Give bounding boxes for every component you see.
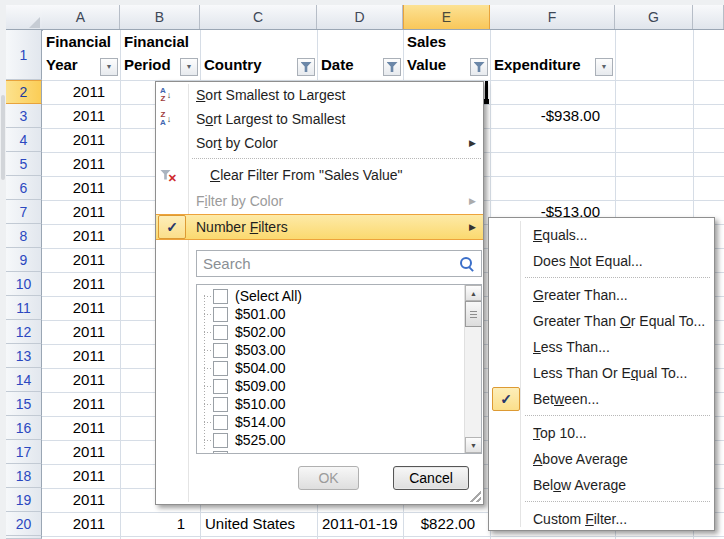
- filter-value-item[interactable]: $501.00: [197, 305, 464, 323]
- cell-C20[interactable]: United States: [200, 515, 307, 532]
- list-scrollbar[interactable]: ▲ ▼: [464, 285, 481, 453]
- row-header-4[interactable]: 4: [6, 128, 42, 152]
- cell-A11[interactable]: 2011: [42, 299, 110, 316]
- filter-value-item[interactable]: (Select All): [197, 287, 464, 305]
- cell-A3[interactable]: 2011: [42, 107, 110, 124]
- select-all-corner[interactable]: [6, 5, 43, 31]
- column-header-E[interactable]: E: [403, 5, 490, 30]
- submenu-item-less-than-or-equal-to[interactable]: Less Than Or Equal To...: [489, 360, 714, 386]
- value-checkbox[interactable]: [213, 433, 228, 448]
- menu-item-number-filters[interactable]: ✓Number Filters▶: [156, 214, 483, 240]
- column-header-C[interactable]: C: [200, 5, 317, 30]
- cell-A18[interactable]: 2011: [42, 467, 110, 484]
- row-header-18[interactable]: 18: [6, 464, 42, 488]
- cell-A2[interactable]: 2011: [42, 83, 110, 100]
- cell-A14[interactable]: 2011: [42, 371, 110, 388]
- cell-A7[interactable]: 2011: [42, 203, 110, 220]
- cell-A16[interactable]: 2011: [42, 419, 110, 436]
- cell-A4[interactable]: 2011: [42, 131, 110, 148]
- filter-value-item[interactable]: $504.00: [197, 359, 464, 377]
- value-checkbox[interactable]: [213, 307, 228, 322]
- row-header-3[interactable]: 3: [6, 104, 42, 128]
- submenu-item-equals[interactable]: Equals...: [489, 222, 714, 248]
- row-header-19[interactable]: 19: [6, 488, 42, 512]
- submenu-item-above-average[interactable]: Above Average: [489, 446, 714, 472]
- row-header-13[interactable]: 13: [6, 344, 42, 368]
- row-header-1[interactable]: 1: [6, 30, 42, 80]
- cell-B20[interactable]: 1: [120, 515, 190, 532]
- submenu-item-greater-than[interactable]: Greater Than...: [489, 282, 714, 308]
- submenu-item-top-10[interactable]: Top 10...: [489, 420, 714, 446]
- filter-value-item[interactable]: $503.00: [197, 341, 464, 359]
- menu-item-sort-largest-to-smallest[interactable]: ZA↓Sort Largest to Smallest: [156, 107, 483, 131]
- filter-value-item[interactable]: $502.00: [197, 323, 464, 341]
- scroll-thumb[interactable]: [465, 301, 482, 327]
- value-checkbox[interactable]: [213, 379, 228, 394]
- submenu-item-custom-filter[interactable]: Custom Filter...: [489, 506, 714, 532]
- ok-button[interactable]: OK: [298, 466, 359, 490]
- row-header-2[interactable]: 2: [6, 80, 42, 104]
- column-header-partial[interactable]: [693, 5, 724, 30]
- menu-item-sort-by-color[interactable]: Sort by Color▶: [156, 131, 483, 155]
- cell-A20[interactable]: 2011: [42, 515, 110, 532]
- filter-value-item[interactable]: $510.00: [197, 395, 464, 413]
- row-header-17[interactable]: 17: [6, 440, 42, 464]
- filter-value-item[interactable]: $525.00: [197, 431, 464, 449]
- row-header-20[interactable]: 20: [6, 512, 42, 536]
- cell-A12[interactable]: 2011: [42, 323, 110, 340]
- row-header-7[interactable]: 7: [6, 200, 42, 224]
- column-header-F[interactable]: F: [490, 5, 615, 30]
- value-checkbox[interactable]: [213, 289, 228, 304]
- resize-grip[interactable]: [469, 490, 481, 502]
- left-scroll-thumb[interactable]: [1, 95, 5, 180]
- value-checkbox[interactable]: [213, 361, 228, 376]
- submenu-item-between[interactable]: ✓Between...: [489, 386, 714, 412]
- value-checkbox[interactable]: [213, 343, 228, 358]
- submenu-item-below-average[interactable]: Below Average: [489, 472, 714, 498]
- submenu-item-does-not-equal[interactable]: Does Not Equal...: [489, 248, 714, 274]
- column-header-B[interactable]: B: [120, 5, 200, 30]
- row-header-12[interactable]: 12: [6, 320, 42, 344]
- filter-button-F[interactable]: ▼: [595, 58, 613, 76]
- search-input[interactable]: [197, 255, 459, 272]
- submenu-item-less-than[interactable]: Less Than...: [489, 334, 714, 360]
- menu-item-sort-smallest-to-largest[interactable]: AZ↓Sort Smallest to Largest: [156, 83, 483, 107]
- filter-button-E[interactable]: [470, 58, 488, 76]
- cancel-button[interactable]: Cancel: [393, 466, 469, 490]
- cell-A10[interactable]: 2011: [42, 275, 110, 292]
- filter-button-C[interactable]: [297, 58, 315, 76]
- row-header-9[interactable]: 9: [6, 248, 42, 272]
- search-icon[interactable]: [459, 256, 475, 272]
- row-header-16[interactable]: 16: [6, 416, 42, 440]
- filter-value-item[interactable]: $514.00: [197, 413, 464, 431]
- menu-item-clear-filter[interactable]: ✕Clear Filter From "Sales Value": [156, 162, 483, 188]
- row-header-10[interactable]: 10: [6, 272, 42, 296]
- cell-D20[interactable]: 2011-01-19: [317, 515, 393, 532]
- cell-A13[interactable]: 2011: [42, 347, 110, 364]
- filter-button-B[interactable]: ▼: [180, 58, 198, 76]
- row-header-6[interactable]: 6: [6, 176, 42, 200]
- row-header-8[interactable]: 8: [6, 224, 42, 248]
- filter-button-A[interactable]: ▼: [100, 58, 118, 76]
- cell-A15[interactable]: 2011: [42, 395, 110, 412]
- row-header-14[interactable]: 14: [6, 368, 42, 392]
- value-checkbox[interactable]: [213, 451, 228, 454]
- cell-E20[interactable]: $822.00: [403, 515, 480, 532]
- column-header-A[interactable]: A: [42, 5, 120, 30]
- cell-A19[interactable]: 2011: [42, 491, 110, 508]
- filter-value-item[interactable]: $509.00: [197, 377, 464, 395]
- scroll-up-button[interactable]: ▲: [465, 285, 482, 301]
- value-checkbox[interactable]: [213, 325, 228, 340]
- value-checkbox[interactable]: [213, 397, 228, 412]
- row-header-5[interactable]: 5: [6, 152, 42, 176]
- scroll-down-button[interactable]: ▼: [465, 437, 482, 453]
- active-cell-fill-handle[interactable]: [484, 99, 489, 104]
- filter-button-D[interactable]: [383, 58, 401, 76]
- filter-value-item[interactable]: [197, 449, 464, 453]
- column-header-G[interactable]: G: [615, 5, 693, 30]
- value-checkbox[interactable]: [213, 415, 228, 430]
- row-header-11[interactable]: 11: [6, 296, 42, 320]
- cell-A8[interactable]: 2011: [42, 227, 110, 244]
- submenu-item-greater-than-or-equal-to[interactable]: Greater Than Or Equal To...: [489, 308, 714, 334]
- cell-A5[interactable]: 2011: [42, 155, 110, 172]
